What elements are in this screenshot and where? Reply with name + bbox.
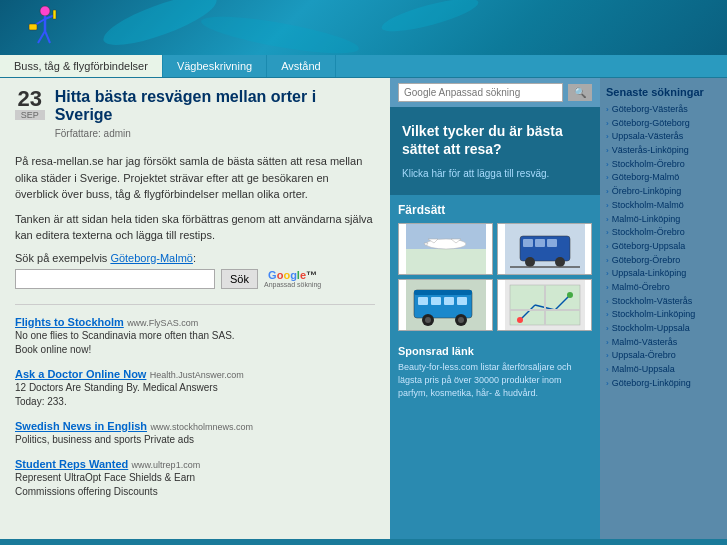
google-search-input[interactable]	[398, 83, 563, 102]
sidebar-arrow-icon: ›	[606, 173, 609, 183]
svg-point-42	[517, 317, 523, 323]
ad-item: Flights to Stockholm www.FlySAS.com No o…	[15, 315, 375, 357]
fardsatt-train[interactable]	[497, 223, 592, 275]
sidebar-link-item[interactable]: ›Stockholm-Örebro	[606, 159, 721, 171]
sponsored-title: Sponsrad länk	[398, 345, 592, 357]
ad-url-4: www.ultrep1.com	[132, 460, 201, 470]
search-example-link[interactable]: Göteborg-Malmö	[110, 252, 193, 264]
sidebar-arrow-icon: ›	[606, 283, 609, 293]
sidebar-arrow-icon: ›	[606, 119, 609, 129]
svg-point-10	[379, 0, 481, 38]
svg-point-23	[525, 257, 535, 267]
sponsored-text: Beauty-for-less.com listar återförsäljar…	[398, 361, 592, 399]
sidebar-arrow-icon: ›	[606, 187, 609, 197]
ad-title-2[interactable]: Ask a Doctor Online Now	[15, 368, 146, 380]
sidebar-arrow-icon: ›	[606, 201, 609, 211]
sidebar-link-item[interactable]: ›Göteborg-Örebro	[606, 255, 721, 267]
sidebar-link-item[interactable]: ›Malmö-Uppsala	[606, 364, 721, 376]
svg-rect-29	[418, 297, 428, 305]
fardsatt-grid	[398, 223, 592, 331]
ad-text-4-line1: Represent UltraOpt Face Shields & Earn	[15, 471, 375, 485]
sidebar-link-item[interactable]: ›Uppsala-Linköping	[606, 268, 721, 280]
sidebar-link-item[interactable]: ›Stockholm-Uppsala	[606, 323, 721, 335]
search-box-row: Sök Google™ Anpassad sökning	[15, 269, 375, 289]
sidebar-link-item[interactable]: ›Stockholm-Västerås	[606, 296, 721, 308]
ads-section: Flights to Stockholm www.FlySAS.com No o…	[15, 315, 375, 499]
ad-item: Ask a Doctor Online Now Health.JustAnswe…	[15, 367, 375, 409]
content-paragraph-1: På resa-mellan.se har jag försökt samla …	[15, 153, 375, 203]
sidebar-arrow-icon: ›	[606, 215, 609, 225]
sidebar-link-item[interactable]: ›Malmö-Linköping	[606, 214, 721, 226]
sidebar-arrow-icon: ›	[606, 297, 609, 307]
tab-buss-tag-flyg[interactable]: Buss, tåg & flygförbindelser	[0, 55, 163, 77]
sidebar-link-item[interactable]: ›Stockholm-Örebro	[606, 227, 721, 239]
svg-point-34	[425, 317, 431, 323]
svg-rect-30	[431, 297, 441, 305]
sidebar-link-item[interactable]: ›Malmö-Västerås	[606, 337, 721, 349]
fardsatt-map[interactable]	[497, 279, 592, 331]
fardsatt-bus[interactable]	[398, 279, 493, 331]
sidebar-link-item[interactable]: ›Uppsala-Örebro	[606, 350, 721, 362]
main-layout: 23 SEP Hitta bästa resvägen mellan orter…	[0, 78, 727, 539]
sidebar-arrow-icon: ›	[606, 351, 609, 361]
sidebar-arrow-icon: ›	[606, 105, 609, 115]
sidebar-link-item[interactable]: ›Stockholm-Malmö	[606, 200, 721, 212]
ad-url-2: Health.JustAnswer.com	[150, 370, 244, 380]
sidebar-link-item[interactable]: ›Göteborg-Göteborg	[606, 118, 721, 130]
sidebar-link-item[interactable]: ›Göteborg-Uppsala	[606, 241, 721, 253]
sidebar-title: Senaste sökningar	[606, 86, 721, 98]
sidebar-link-item[interactable]: ›Göteborg-Västerås	[606, 104, 721, 116]
ad-title-1[interactable]: Flights to Stockholm	[15, 316, 124, 328]
svg-point-36	[458, 317, 464, 323]
search-input[interactable]	[15, 269, 215, 289]
sidebar-link-item[interactable]: ›Örebro-Linköping	[606, 186, 721, 198]
sidebar-arrow-icon: ›	[606, 228, 609, 238]
svg-rect-6	[29, 24, 37, 30]
ad-text-1-line2: Book online now!	[15, 343, 375, 357]
header-decoration	[80, 0, 717, 55]
middle-panel: 🔍 Vilket tycker du är bästa sättet att r…	[390, 78, 600, 539]
svg-rect-22	[547, 239, 557, 247]
sidebar-arrow-icon: ›	[606, 242, 609, 252]
sidebar-arrow-icon: ›	[606, 146, 609, 156]
sidebar-arrow-icon: ›	[606, 379, 609, 389]
google-search-button[interactable]: 🔍	[568, 84, 592, 101]
ad-text-2-line2: Today: 233.	[15, 395, 375, 409]
promo-box: Vilket tycker du är bästa sättet att res…	[390, 107, 600, 195]
header	[0, 0, 727, 55]
sidebar-arrow-icon: ›	[606, 269, 609, 279]
ad-title-3[interactable]: Swedish News in English	[15, 420, 147, 432]
ad-text-3-line1: Politics, business and sports Private ad…	[15, 433, 375, 447]
right-sidebar: Senaste sökningar ›Göteborg-Västerås›Göt…	[600, 78, 727, 539]
sidebar-link-item[interactable]: ›Malmö-Örebro	[606, 282, 721, 294]
sidebar-link-item[interactable]: ›Göteborg-Malmö	[606, 172, 721, 184]
promo-link[interactable]: Klicka här för att lägga till resväg.	[402, 168, 549, 179]
page-title: Hitta bästa resvägen mellan orter i Sver…	[55, 88, 375, 124]
sidebar-link-item[interactable]: ›Göteborg-Linköping	[606, 378, 721, 390]
content-area: 23 SEP Hitta bästa resvägen mellan orter…	[0, 78, 390, 539]
logo	[10, 0, 80, 55]
sidebar-arrow-icon: ›	[606, 132, 609, 142]
sidebar-arrow-icon: ›	[606, 324, 609, 334]
svg-rect-20	[523, 239, 533, 247]
ad-title-4[interactable]: Student Reps Wanted	[15, 458, 128, 470]
svg-point-8	[98, 0, 221, 55]
date-number: 23	[18, 86, 42, 111]
sidebar-link-item[interactable]: ›Uppsala-Västerås	[606, 131, 721, 143]
sidebar-arrow-icon: ›	[606, 256, 609, 266]
tab-avstand[interactable]: Avstånd	[267, 55, 336, 77]
fardsatt-plane[interactable]	[398, 223, 493, 275]
ad-text-1-line1: No one flies to Scandinavia more often t…	[15, 329, 375, 343]
svg-rect-31	[444, 297, 454, 305]
sidebar-link-item[interactable]: ›Stockholm-Linköping	[606, 309, 721, 321]
google-search-bar: 🔍	[390, 78, 600, 107]
search-button[interactable]: Sök	[221, 269, 258, 289]
sidebar-arrow-icon: ›	[606, 160, 609, 170]
sidebar-link-item[interactable]: ›Västerås-Linköping	[606, 145, 721, 157]
ad-url-1: www.FlySAS.com	[127, 318, 198, 328]
tab-vagbeskrivning[interactable]: Vägbeskrivning	[163, 55, 267, 77]
divider	[15, 304, 375, 305]
date-box: 23 SEP	[15, 88, 45, 120]
svg-rect-32	[457, 297, 467, 305]
svg-point-24	[555, 257, 565, 267]
